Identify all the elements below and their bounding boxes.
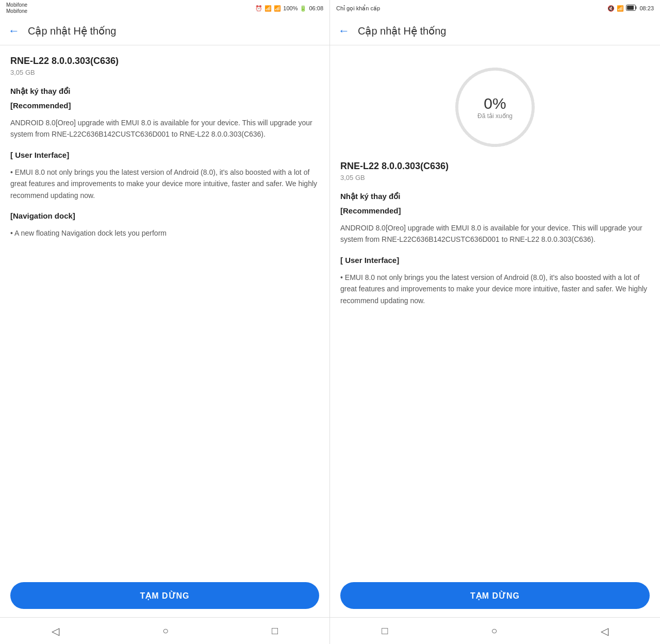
right-progress-circle-container: 0% Đã tải xuống [340,66,650,148]
left-phone: Mobifone Mobifone ⏰ 📶 📶 100% 🔋 06:08 ← C… [0,0,330,644]
left-carrier-info: Mobifone Mobifone [6,2,27,14]
right-battery-label [626,5,637,12]
left-recommended-body: ANDROID 8.0[Oreo] upgrade with EMUI 8.0 … [10,117,319,140]
right-progress-center: 0% Đã tải xuống [477,95,513,120]
battery-label: 100% [283,5,298,11]
left-nav-recents-icon[interactable]: □ [272,625,278,637]
left-navdock-tag: [Navigation dock] [10,211,319,220]
right-app-bar: ← Cập nhật Hệ thống [330,16,660,45]
right-recommended-body: ANDROID 8.0[Oreo] upgrade with EMUI 8.0 … [340,222,650,245]
right-content: 0% Đã tải xuống RNE-L22 8.0.0.303(C636) … [330,45,660,574]
time-label: 06:08 [309,5,323,11]
right-time-label: 08:23 [639,5,654,11]
right-progress-circle: 0% Đã tải xuống [454,66,536,148]
right-nav-recents-icon[interactable]: □ [382,625,388,637]
left-update-size: 3,05 GB [10,69,319,76]
right-changelog-title: Nhật ký thay đổi [340,192,650,201]
left-recommended-tag: [Recommended] [10,101,319,110]
left-bottom-btn-area: TẠM DỪNG [0,574,329,617]
battery-icon: 🔋 [300,5,307,12]
left-app-bar: ← Cập nhật Hệ thống [0,16,329,45]
svg-rect-1 [627,6,634,10]
carrier1-label: Mobifone [6,2,27,8]
left-update-version: RNE-L22 8.0.0.303(C636) [10,56,319,67]
right-nav-home-icon[interactable]: ○ [491,625,497,637]
right-progress-label: Đã tải xuống [477,112,513,120]
left-status-icons: ⏰ 📶 📶 100% 🔋 06:08 [255,5,323,12]
right-status-icons: 🔇 📶 08:23 [607,5,654,12]
carrier2-label: Mobifone [6,8,27,14]
right-wifi-icon: 📶 [617,5,624,12]
right-update-version: RNE-L22 8.0.0.303(C636) [340,161,650,172]
right-phone: Chỉ gọi khẩn cấp 🔇 📶 08:23 ← Cập nhật Hệ… [330,0,660,644]
right-bottom-btn-area: TẠM DỪNG [330,574,660,617]
signal1-icon: 📶 [274,5,281,12]
left-nav-home-icon[interactable]: ○ [162,625,169,637]
alarm-icon: ⏰ [255,5,262,12]
right-nav-bar: □ ○ ◁ [330,617,660,644]
right-ui-body: EMUI 8.0 not only brings you the latest … [340,272,650,306]
left-status-bar: Mobifone Mobifone ⏰ 📶 📶 100% 🔋 06:08 [0,0,329,16]
left-back-button[interactable]: ← [8,24,20,38]
left-nav-bar: ◁ ○ □ [0,617,329,644]
right-progress-percent: 0% [477,95,513,112]
right-page-title: Cập nhật Hệ thống [358,25,446,37]
right-ui-tag: [ User Interface] [340,256,650,265]
right-recommended-tag: [Recommended] [340,206,650,215]
wifi-icon: 📶 [265,5,272,12]
left-ui-tag: [ User Interface] [10,151,319,159]
left-tam-dung-button[interactable]: TẠM DỪNG [10,582,319,609]
left-navdock-body: A new floating Navigation dock lets you … [10,227,319,239]
right-nav-back-icon[interactable]: ◁ [601,625,608,637]
right-back-button[interactable]: ← [338,24,350,38]
right-update-size: 3,05 GB [340,174,650,181]
right-tam-dung-button[interactable]: TẠM DỪNG [340,582,650,609]
left-page-title: Cập nhật Hệ thống [28,25,116,37]
right-emergency-label: Chỉ gọi khẩn cấp [336,5,380,12]
left-nav-back-icon[interactable]: ◁ [52,625,59,637]
right-mute-icon: 🔇 [607,5,615,12]
left-ui-body: EMUI 8.0 not only brings you the latest … [10,167,319,201]
left-changelog-title: Nhật ký thay đổi [10,87,319,96]
right-status-bar: Chỉ gọi khẩn cấp 🔇 📶 08:23 [330,0,660,16]
left-content: RNE-L22 8.0.0.303(C636) 3,05 GB Nhật ký … [0,45,329,574]
